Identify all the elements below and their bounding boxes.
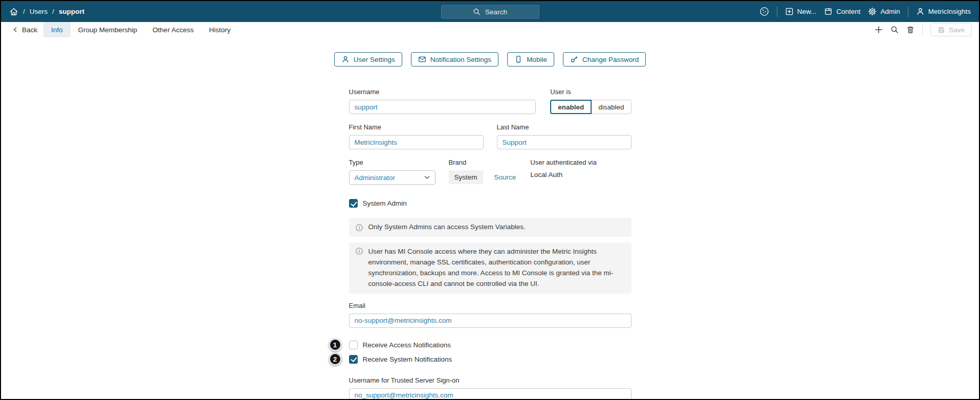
tab-bar: Info Group Membership Other Access Histo… [43,22,238,37]
tab-group-membership[interactable]: Group Membership [71,22,145,37]
first-name-input[interactable] [349,135,484,149]
first-name-label: First Name [349,123,484,131]
brand-label: Brand [449,159,516,166]
breadcrumb-separator: / [52,8,54,15]
account-menu[interactable]: MetricInsights [916,7,971,16]
system-admin-checkbox[interactable] [349,199,358,208]
sparkle-circle-icon[interactable] [759,7,769,16]
trash-icon[interactable] [906,26,914,34]
navbar-divider [777,7,777,17]
new-menu-label: New... [797,8,817,15]
last-name-label: Last Name [497,123,631,131]
search-icon [473,8,481,15]
email-label: Email [349,302,631,309]
receive-system-notifications-row: 2 Receive System Notifications [349,355,631,364]
back-button[interactable]: Back [6,22,43,37]
toolbar-divider [922,25,923,35]
navbar-divider [908,7,908,17]
user-settings-label: User Settings [354,56,395,63]
system-admin-row: System Admin [349,199,631,208]
user-settings-button[interactable]: User Settings [334,52,402,66]
user-info-form: User Settings Notification Settings Mobi… [349,52,631,400]
plus-square-icon [785,7,794,16]
brand-source-link[interactable]: Source [494,173,516,181]
user-state-enabled[interactable]: enabled [550,100,592,114]
tab-history[interactable]: History [201,22,238,37]
system-admin-label: System Admin [363,199,407,207]
page-toolbar: Back Info Group Membership Other Access … [1,22,979,37]
save-button[interactable]: Save [930,23,972,36]
authenticated-via-value: Local Auth [530,171,596,179]
receive-system-notifications-label: Receive System Notifications [363,355,452,363]
change-password-button[interactable]: Change Password [563,52,646,66]
content-menu[interactable]: Content [824,7,860,16]
gear-icon [868,7,877,16]
brand-value-chip: System [449,170,483,184]
username-input[interactable] [349,100,536,114]
document-icon [824,7,833,16]
chevron-down-icon [424,175,430,180]
tab-info[interactable]: Info [43,22,71,37]
breadcrumb-users[interactable]: Users [30,8,48,15]
mi-console-note: User has MI Console access where they ca… [349,242,631,294]
email-input[interactable] [349,314,631,328]
type-label: Type [349,159,435,166]
save-icon [938,26,945,34]
change-password-label: Change Password [582,56,639,63]
mobile-button[interactable]: Mobile [507,52,554,66]
envelope-icon [418,55,426,63]
receive-system-notifications-checkbox[interactable] [349,355,358,364]
row-email: Email [349,302,631,328]
toolbar-actions: Save [875,22,979,37]
new-menu[interactable]: New... [785,7,817,16]
smartphone-icon [514,55,522,63]
row-type-brand-auth: Type Administrator Brand System Source [349,159,631,185]
home-icon[interactable] [9,7,18,16]
chevron-left-icon [12,27,18,33]
admin-menu[interactable]: Admin [868,7,900,16]
info-icon [355,224,363,232]
trusted-signon-label: Username for Trusted Server Sign-on [349,376,631,384]
receive-access-notifications-label: Receive Access Notifications [363,341,451,349]
top-navbar: / Users / support Search [1,1,979,22]
app-window: / Users / support Search [0,0,980,400]
navbar-actions: New... Content Admin [759,7,971,17]
key-icon [570,55,578,63]
breadcrumb-current: support [59,8,84,15]
breadcrumb-separator: / [23,8,25,15]
user-is-label: User is [550,88,631,96]
trusted-signon-input[interactable] [349,388,631,400]
system-admin-note: Only System Admins can access System Var… [349,218,631,237]
last-name-input[interactable] [497,135,631,149]
receive-access-notifications-row: 1 Receive Access Notifications [349,341,631,349]
row-trusted-signon: Username for Trusted Server Sign-on [349,376,631,400]
callout-badge-2: 2 [329,352,342,366]
row-username: Username User is enabled disabled [349,88,631,114]
info-icon [355,247,363,255]
person-icon [916,7,925,16]
account-menu-label: MetricInsights [928,8,971,15]
breadcrumb: / Users / support [9,7,84,16]
quick-actions: User Settings Notification Settings Mobi… [349,52,631,66]
callout-badge-1: 1 [329,338,342,351]
user-state-disabled[interactable]: disabled [592,100,631,114]
admin-menu-label: Admin [880,8,900,15]
mi-console-note-text: User has MI Console access where they ca… [368,247,625,290]
content-menu-label: Content [836,8,860,15]
back-button-label: Back [22,26,37,34]
type-select[interactable]: Administrator [349,170,435,185]
search-icon[interactable] [890,26,899,34]
mobile-label: Mobile [527,56,547,63]
authenticated-via-label: User authenticated via [530,159,596,166]
notification-settings-button[interactable]: Notification Settings [411,52,498,66]
person-icon [341,55,350,63]
add-icon[interactable] [875,26,883,34]
type-select-value: Administrator [355,174,396,182]
receive-access-notifications-checkbox[interactable] [349,341,358,349]
global-search-label: Search [485,8,507,15]
username-label: Username [349,88,536,96]
row-names: First Name Last Name [349,123,631,149]
notification-settings-label: Notification Settings [430,56,491,63]
global-search[interactable]: Search [441,5,539,18]
tab-other-access[interactable]: Other Access [145,22,201,37]
